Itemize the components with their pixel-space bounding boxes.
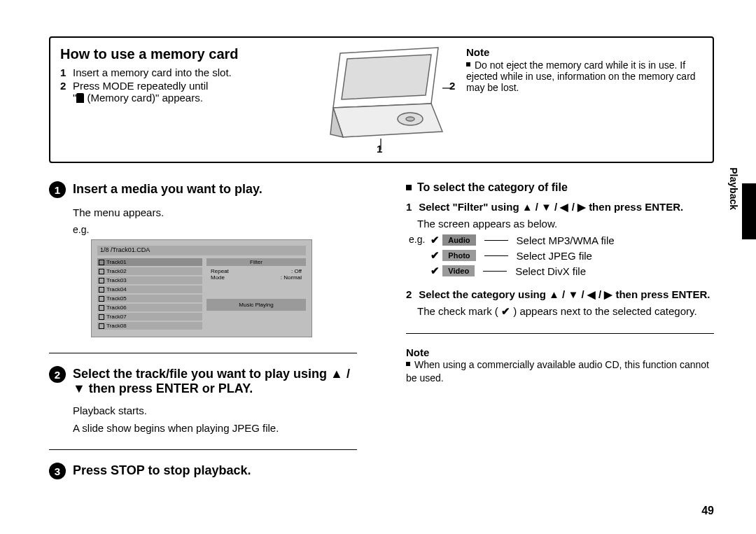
track-list: Track01 Track02 Track03 Track04 Track05 …: [97, 258, 202, 331]
top-step-num-1: 1: [60, 66, 73, 78]
portable-dvd-player-illustration: [312, 46, 452, 151]
substep-1-title: Select "Filter" using ▲ / ▼ / ◀ / ▶ then…: [419, 201, 683, 213]
step-badge-3: 3: [49, 463, 66, 479]
top-step-1: Insert a memory card into the slot.: [73, 66, 305, 78]
track-row: Track06: [97, 304, 202, 311]
memory-card-icon: [76, 93, 84, 103]
note-text-2: When using a commercially available audi…: [406, 358, 714, 385]
top-step-num-2: 2: [60, 80, 73, 104]
divider: [49, 353, 357, 353]
category-heading: To select the category of file: [406, 181, 714, 194]
filter-chip-audio: Audio: [442, 234, 475, 246]
memory-card-text: How to use a memory card 1 Insert a memo…: [60, 46, 305, 153]
note-heading: Note: [466, 46, 703, 58]
note-heading-2: Note: [406, 346, 714, 358]
track-row: Track03: [97, 276, 202, 284]
filter-label: Filter: [206, 258, 306, 266]
filter-panel: Filter Repeat: Off Mode: Normal Music Pl…: [206, 258, 306, 331]
check-icon: ✔: [430, 249, 440, 262]
memory-card-box: How to use a memory card 1 Insert a memo…: [49, 36, 714, 163]
step-badge-1: 1: [49, 181, 66, 198]
filter-chip-video: Video: [442, 265, 475, 276]
divider: [49, 449, 357, 450]
substep-2-text: The check mark ( ✔ ) appears next to the…: [417, 305, 714, 318]
track-row: Track04: [97, 286, 202, 293]
right-column: To select the category of file 1 Select …: [406, 181, 714, 488]
callout-1: 1: [377, 143, 382, 155]
bullet-icon: [406, 362, 410, 366]
eg-label-2: e.g.: [409, 234, 425, 245]
step-3-title: Press STOP to stop playback.: [73, 463, 357, 479]
filter-chip-photo: Photo: [442, 250, 475, 261]
track-row: Track05: [97, 295, 202, 302]
leader-line: [484, 240, 508, 241]
divider: [406, 333, 714, 334]
step-2-title: Select the track/file you want to play u…: [73, 366, 357, 396]
leader-line: [484, 255, 508, 256]
substep-1-text: The screen appears as below.: [417, 218, 714, 230]
note-text: Do not eject the memory card while it is…: [466, 59, 696, 93]
slide-show-text: A slide show begins when playing JPEG fi…: [73, 422, 357, 434]
eg-label-1: e.g.: [73, 224, 357, 235]
side-tab-label: Playback: [728, 167, 739, 210]
step-1-title: Insert a media you want to play.: [73, 181, 357, 198]
side-tab: [742, 183, 756, 239]
filter-desc-audio: Select MP3/WMA file: [517, 234, 615, 246]
left-column: 1 Insert a media you want to play. The m…: [49, 181, 357, 488]
substep-num-2: 2: [406, 288, 416, 300]
status-label: Music Playing: [206, 299, 306, 311]
track-row: Track07: [97, 313, 202, 321]
substep-num-1: 1: [406, 201, 416, 213]
check-icon: ✔: [430, 234, 440, 246]
check-icon: ✔: [501, 305, 510, 317]
leader-line: [483, 271, 507, 272]
top-step-2: Press MODE repeatedly until " (Memory ca…: [73, 80, 305, 104]
track-row: Track08: [97, 322, 202, 330]
track-row: Track02: [97, 267, 202, 275]
step-badge-2: 2: [49, 366, 66, 383]
device-illustration: 1 2: [312, 46, 459, 153]
substep-2-title: Select the category using ▲ / ▼ / ◀ / ▶ …: [419, 288, 710, 300]
menu-screenshot: 1/8 /Track01.CDA Track01 Track02 Track03…: [91, 239, 312, 337]
screen-header: 1/8 /Track01.CDA: [97, 246, 306, 255]
page-number: 49: [701, 505, 714, 517]
menu-appears-text: The menu appears.: [73, 206, 357, 218]
filter-desc-photo: Select JPEG file: [517, 250, 592, 262]
memory-card-title: How to use a memory card: [60, 46, 305, 62]
track-row: Track01: [97, 258, 202, 266]
top-note: Note Do not eject the memory card while …: [466, 46, 703, 153]
callout-2: 2: [449, 80, 455, 92]
svg-point-1: [406, 117, 414, 121]
check-icon: ✔: [430, 265, 440, 277]
filter-desc-video: Select DivX file: [515, 265, 586, 277]
bullet-icon: [466, 62, 470, 66]
playback-starts-text: Playback starts.: [73, 405, 357, 416]
square-bullet-icon: [406, 185, 412, 190]
